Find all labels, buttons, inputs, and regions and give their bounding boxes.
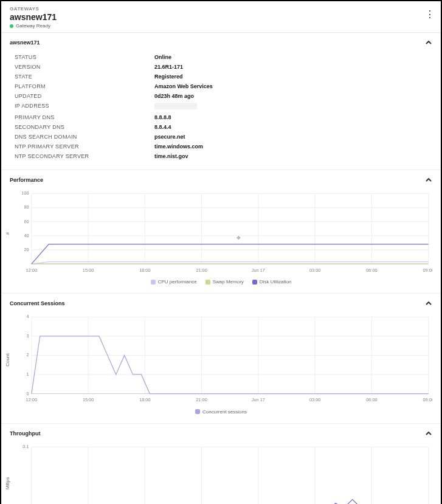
throughput-panel: Throughput0.112:0015:0018:0021:00Jun 170… [1,424,441,504]
page-header: GATEWAYS awsnew171 Gateway Ready ⋮ [1,1,441,33]
sessions-ylabel: Count [5,353,10,366]
svg-text:18:00: 18:00 [139,268,150,273]
details-value [154,103,197,111]
details-key: PRIMARY DNS [15,114,154,120]
details-key: NTP SECONDARY SERVER [15,153,154,159]
details-value: Online [154,54,171,60]
throughput-panel-header[interactable]: Throughput [1,424,441,441]
svg-text:40: 40 [24,233,29,238]
details-row: DNS SEARCH DOMAINpsecure.net [15,132,427,142]
details-row: NTP PRIMARY SERVERtime.windows.com [15,142,427,151]
page-title: awsnew171 [10,12,432,22]
ip-redacted [154,103,197,109]
svg-text:21:00: 21:00 [196,268,207,273]
performance-panel-title: Performance [10,177,43,183]
svg-text:03:00: 03:00 [309,397,320,402]
details-key: IP ADDRESS [15,103,154,111]
svg-text:1: 1 [27,371,29,377]
breadcrumb: GATEWAYS [10,6,432,12]
performance-panel-header[interactable]: Performance [1,170,441,187]
svg-text:06:00: 06:00 [366,397,377,402]
details-value: Amazon Web Services [154,83,213,89]
svg-text:0.1: 0.1 [22,444,29,449]
throughput-chart-svg: 0.112:0015:0018:0021:00Jun 1703:0006:000… [10,444,432,504]
details-panel-title: awsnew171 [10,40,40,46]
details-value: time.windows.com [154,143,203,150]
performance-panel: Performance2040608010012:0015:0018:0021:… [1,170,441,294]
details-key: STATE [15,74,154,80]
sessions-chart-wrap: 0123412:0015:0018:0021:00Jun 1703:0006:0… [1,311,441,423]
details-table: STATUSOnlineVERSION21.6R1-171STATERegist… [1,50,441,170]
status-dot-icon [10,24,13,28]
details-row: IP ADDRESS [15,101,427,112]
svg-text:80: 80 [24,204,29,210]
svg-text:06:00: 06:00 [366,268,377,273]
legend-swatch-icon [195,409,200,414]
svg-text:✥: ✥ [237,235,241,241]
svg-text:3: 3 [27,333,29,339]
details-value: 8.8.8.8 [154,114,171,120]
details-panel-header[interactable]: awsnew171 [1,33,441,50]
svg-text:12:00: 12:00 [26,268,37,273]
sessions-legend: Concurrent sessions [10,409,432,415]
legend-label: Swap Memory [213,279,244,285]
details-key: VERSION [15,64,154,70]
details-panel: awsnew171 STATUSOnlineVERSION21.6R1-171S… [1,33,441,170]
details-value: 21.6R1-171 [154,64,183,70]
details-value: psecure.net [154,134,185,140]
legend-item[interactable]: Disk Utilization [252,279,291,285]
details-value: 0d23h 48m ago [154,93,194,99]
details-key: SECONDARY DNS [15,124,154,130]
chevron-up-icon [425,300,432,307]
svg-text:09:00: 09:00 [423,268,432,273]
svg-text:15:00: 15:00 [83,397,94,402]
details-key: UPDATED [15,93,154,99]
svg-text:15:00: 15:00 [83,268,94,273]
details-row: NTP SECONDARY SERVERtime.nist.gov [15,151,427,161]
legend-label: Concurrent sessions [202,409,247,415]
sessions-chart-area[interactable]: 0123412:0015:0018:0021:00Jun 1703:0006:0… [10,314,432,406]
svg-text:Jun 17: Jun 17 [252,268,265,273]
legend-item[interactable]: CPU performance [151,279,197,285]
chevron-up-icon [425,176,432,184]
details-value: 8.8.4.4 [154,124,171,130]
legend-swatch-icon [252,280,257,285]
details-row: STATERegistered [15,72,427,81]
details-value: Registered [154,74,183,80]
throughput-chart-area[interactable]: 0.112:0015:0018:0021:00Jun 1703:0006:000… [10,444,432,504]
details-key: STATUS [15,54,154,60]
sessions-panel-header[interactable]: Concurrent Sessions [1,294,441,311]
legend-item[interactable]: Concurrent sessions [195,409,247,415]
throughput-panel-title: Throughput [10,430,40,437]
svg-text:100: 100 [21,191,29,196]
details-row: VERSION21.6R1-171 [15,62,427,72]
details-key: DNS SEARCH DOMAIN [15,134,154,140]
throughput-chart-wrap: 0.112:0015:0018:0021:00Jun 1703:0006:000… [1,441,441,504]
details-row: UPDATED0d23h 48m ago [15,91,427,101]
details-key: PLATFORM [15,83,154,89]
svg-text:0: 0 [27,391,29,396]
svg-text:2: 2 [27,352,29,357]
gateway-status: Gateway Ready [10,23,432,29]
svg-text:21:00: 21:00 [196,397,207,402]
legend-label: Disk Utilization [260,279,291,285]
svg-text:12:00: 12:00 [26,397,37,402]
performance-ylabel: # [5,232,10,234]
performance-legend: CPU performanceSwap MemoryDisk Utilizati… [10,279,432,285]
legend-item[interactable]: Swap Memory [205,279,244,285]
svg-text:09:00: 09:00 [423,397,432,402]
legend-swatch-icon [151,280,156,285]
status-text: Gateway Ready [16,23,50,29]
svg-text:20: 20 [24,247,29,252]
performance-chart-svg: 2040608010012:0015:0018:0021:00Jun 1703:… [10,191,432,275]
more-actions-icon[interactable]: ⋮ [425,10,435,19]
details-row: PRIMARY DNS8.8.8.8 [15,112,427,122]
chevron-up-icon [425,39,432,46]
performance-chart-wrap: 2040608010012:0015:0018:0021:00Jun 1703:… [1,187,441,293]
performance-chart-area[interactable]: 2040608010012:0015:0018:0021:00Jun 1703:… [10,191,432,275]
svg-text:03:00: 03:00 [309,268,320,273]
chevron-up-icon [425,430,432,437]
svg-text:18:00: 18:00 [139,397,150,402]
details-value: time.nist.gov [154,153,188,159]
legend-swatch-icon [205,280,210,285]
